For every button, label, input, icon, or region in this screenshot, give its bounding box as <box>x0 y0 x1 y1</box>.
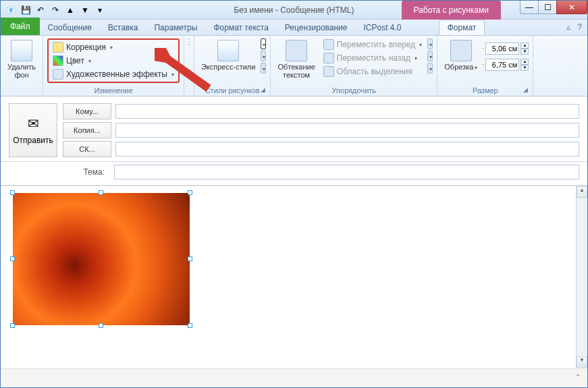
tab-file[interactable]: Файл <box>1 18 40 35</box>
rotate-icon[interactable] <box>427 63 433 74</box>
flower-image <box>13 193 190 325</box>
resize-handle[interactable] <box>99 190 103 195</box>
scroll-up-icon[interactable]: ▲ <box>577 186 587 198</box>
color-button[interactable]: Цвет <box>50 55 177 67</box>
styles-launcher-icon[interactable]: ◢ <box>261 86 269 94</box>
selection-pane-icon <box>323 66 334 77</box>
to-button[interactable]: Кому... <box>63 103 111 119</box>
tab-format-text[interactable]: Формат текста <box>205 20 276 35</box>
redo-icon[interactable]: ↷ <box>49 4 61 16</box>
styles-gallery-icon <box>217 40 239 61</box>
wrap-text-icon <box>286 40 307 61</box>
remove-background-button[interactable]: Удалить фон <box>5 38 38 94</box>
bcc-button[interactable]: СК... <box>63 141 111 157</box>
group-change: Коррекция Цвет Художественные эффекты Из… <box>43 36 184 96</box>
cc-button[interactable]: Копия... <box>63 122 111 138</box>
minimize-ribbon-icon[interactable]: ▵ <box>566 22 570 32</box>
prev-icon[interactable]: ▲ <box>64 4 76 16</box>
save-icon[interactable]: 💾 <box>20 4 32 16</box>
undo-icon[interactable]: ↶ <box>34 4 47 16</box>
change-picture-icon[interactable] <box>188 41 190 43</box>
resize-handle[interactable] <box>188 256 192 261</box>
subject-input[interactable] <box>114 165 579 179</box>
artistic-effects-button[interactable]: Художественные эффекты <box>50 68 177 80</box>
close-button[interactable]: ✕ <box>556 1 587 14</box>
expand-icon[interactable]: ⌃ <box>575 373 581 381</box>
width-field[interactable]: ▲▼ <box>483 59 529 71</box>
bring-forward-button: Переместить вперед <box>321 38 425 51</box>
crop-button[interactable]: Обрезка <box>442 38 480 85</box>
group-picture-styles: Экспресс-стили Стили рисунков ◢ <box>194 36 271 96</box>
selected-image[interactable] <box>13 193 190 325</box>
send-backward-button: Переместить назад <box>321 52 425 64</box>
group-remove-bg: Удалить фон <box>1 36 43 96</box>
wrap-text-button[interactable]: Обтекание текстом <box>275 38 317 85</box>
vertical-scrollbar[interactable]: ▲ ▼ <box>576 186 587 368</box>
width-icon <box>483 64 484 65</box>
remove-background-icon <box>11 40 32 61</box>
message-body[interactable]: ▲ ▼ <box>1 186 587 368</box>
tab-review[interactable]: Рецензирование <box>277 20 356 35</box>
send-button[interactable]: ✉ Отправить <box>9 103 57 157</box>
resize-handle[interactable] <box>188 190 192 195</box>
scroll-down-icon[interactable]: ▼ <box>577 356 587 368</box>
height-input[interactable] <box>485 43 519 55</box>
tab-insert[interactable]: Вставка <box>100 20 146 35</box>
status-footer: ⌃ <box>1 368 587 387</box>
palette-icon <box>53 55 63 66</box>
picture-tools-tab: Работа с рисунками <box>402 1 501 20</box>
resize-handle[interactable] <box>10 323 15 328</box>
rotate-handle[interactable] <box>99 186 104 186</box>
express-styles-button[interactable]: Экспресс-стили <box>198 38 258 85</box>
app-icon[interactable]: 📧 <box>5 4 17 16</box>
picture-effects-icon[interactable] <box>261 51 266 61</box>
picture-border-icon[interactable] <box>261 38 266 49</box>
bring-forward-icon <box>323 39 334 50</box>
tab-format[interactable]: Формат <box>439 20 485 35</box>
height-down[interactable]: ▼ <box>520 49 529 55</box>
to-input[interactable] <box>115 104 579 119</box>
cc-input[interactable] <box>115 123 579 138</box>
maximize-button[interactable]: ☐ <box>538 1 557 14</box>
window-title: Без имени - Сообщение (HTML) <box>234 5 354 15</box>
crop-icon <box>450 40 472 61</box>
tab-message[interactable]: Сообщение <box>40 20 100 35</box>
reset-picture-icon[interactable] <box>188 44 190 45</box>
resize-handle[interactable] <box>10 190 15 195</box>
height-field[interactable]: ▲▼ <box>483 43 529 55</box>
quick-access-toolbar: 📧 💾 ↶ ↷ ▲ ▼ ▾ <box>1 4 106 16</box>
selection-pane-button: Область выделения <box>321 65 425 78</box>
subject-row: Тема: <box>1 162 587 186</box>
group-misc-icons <box>184 36 194 96</box>
height-up[interactable]: ▲ <box>520 43 529 49</box>
group-change-label: Изменение <box>47 85 180 94</box>
subject-label: Тема: <box>9 167 110 177</box>
width-input[interactable] <box>485 59 519 71</box>
tab-icpost[interactable]: ICPost 4.0 <box>356 20 410 35</box>
resize-handle[interactable] <box>188 323 192 328</box>
resize-handle[interactable] <box>99 323 103 328</box>
corrections-button[interactable]: Коррекция <box>50 41 177 53</box>
picture-layout-icon[interactable] <box>261 63 266 74</box>
group-styles-label: Стили рисунков <box>198 85 266 94</box>
ribbon: Удалить фон Коррекция Цвет Художественны… <box>1 36 587 96</box>
send-backward-icon <box>323 53 334 63</box>
help-icon[interactable]: ? <box>577 22 582 32</box>
minimize-button[interactable]: — <box>520 1 539 14</box>
window-controls: — ☐ ✕ <box>520 1 587 14</box>
width-down[interactable]: ▼ <box>520 65 529 71</box>
tab-options[interactable]: Параметры <box>146 20 205 35</box>
width-up[interactable]: ▲ <box>520 59 529 65</box>
resize-handle[interactable] <box>10 256 15 261</box>
size-launcher-icon[interactable]: ◢ <box>523 86 531 94</box>
bcc-input[interactable] <box>115 142 579 157</box>
envelope-icon: ✉ <box>28 115 39 132</box>
group-size-label: Размер <box>442 85 529 94</box>
align-icon <box>427 38 433 49</box>
qat-customize-icon[interactable]: ▾ <box>94 4 106 16</box>
group-size: Обрезка ▲▼ ▲▼ Размер ◢ <box>437 36 533 96</box>
group-arrange-label: Упорядочить <box>275 85 433 94</box>
compress-icon[interactable] <box>188 38 190 40</box>
brightness-icon <box>53 42 63 53</box>
next-icon[interactable]: ▼ <box>79 4 91 16</box>
